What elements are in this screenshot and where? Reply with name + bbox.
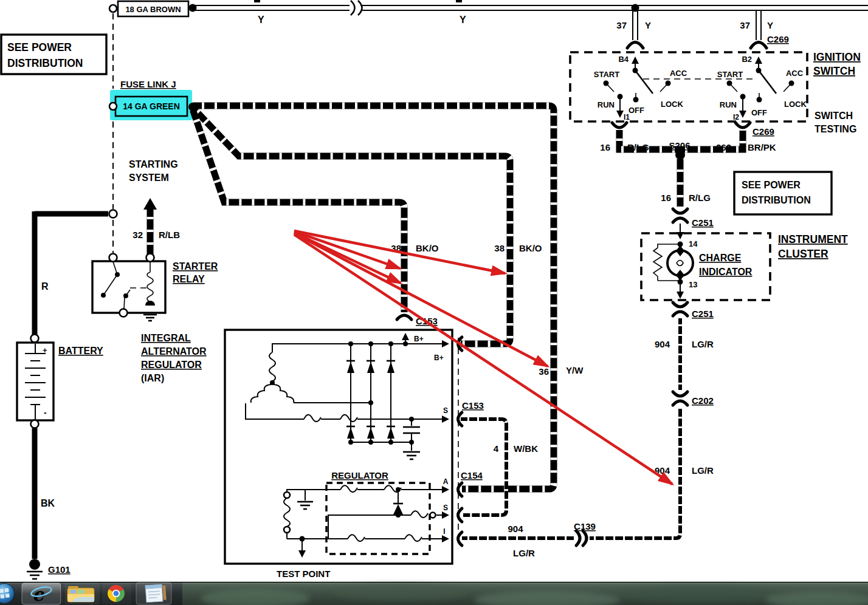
label-37-r: 37 — [740, 20, 750, 30]
label-iar-1: INTEGRAL — [141, 333, 191, 343]
label-y-l: Y — [645, 20, 651, 30]
label-ignition: IGNITION — [813, 51, 861, 63]
svg-text:18 GA BROWN: 18 GA BROWN — [125, 5, 181, 14]
label-bk: BK — [41, 498, 55, 508]
svg-text:REGULATOR: REGULATOR — [331, 470, 388, 480]
label-yw: Y/W — [566, 365, 584, 375]
label-bko-1: BK/O — [416, 243, 439, 253]
label-b4: B4 — [618, 55, 629, 64]
svg-text:+: + — [43, 346, 47, 355]
label-off-1: OFF — [629, 106, 644, 115]
svg-text:B+: B+ — [434, 354, 444, 362]
label-lgr-b: LG/R — [692, 465, 714, 476]
label-rlb: R/LB — [159, 230, 180, 240]
taskbar-button-windows-explorer[interactable] — [64, 583, 100, 604]
taskbar-button-notepad[interactable] — [136, 583, 171, 604]
label-instrument: INSTRUMENT — [778, 233, 848, 245]
svg-text:B+: B+ — [414, 335, 424, 343]
svg-text:14 GA GREEN: 14 GA GREEN — [123, 101, 180, 111]
label-relay: RELAY — [173, 274, 205, 284]
label-switch-testing-1: SWITCH — [815, 111, 853, 121]
label-switch-testing-2: TESTING — [815, 124, 856, 134]
label-lock-2: LOCK — [784, 100, 807, 109]
label-ignition-switch: SWITCH — [813, 65, 855, 77]
label-4: 4 — [494, 443, 499, 454]
label-i2: I2 — [733, 113, 739, 121]
label-c251-a: C251 — [692, 217, 714, 228]
svg-text:DISTRIBUTION: DISTRIBUTION — [7, 57, 83, 69]
label-acc-2: ACC — [786, 69, 804, 78]
label-i1: I1 — [624, 113, 630, 121]
chrome-icon — [108, 585, 125, 602]
label-y-1: Y — [258, 15, 264, 25]
label-38-2: 38 — [494, 243, 505, 253]
wiring-diagram-screen: Y Y SEE POWER DISTRIBUTION 18 GA BROWN 1… — [0, 0, 868, 605]
label-lgr-c: LG/R — [513, 548, 535, 558]
svg-text:SEE POWER: SEE POWER — [742, 180, 801, 190]
svg-text:I: I — [443, 527, 445, 536]
label-wbk: W/BK — [514, 443, 538, 454]
label-c153-2: C153 — [462, 400, 484, 411]
label-262: 262 — [716, 142, 731, 152]
label-b2: B2 — [742, 55, 752, 64]
label-14: 14 — [689, 239, 698, 248]
label-starting: STARTING — [129, 159, 178, 169]
label-acc-1: ACC — [670, 69, 687, 78]
windows-explorer-icon — [67, 586, 94, 602]
label-start-1: START — [594, 70, 619, 79]
label-rlg-a: R/LG — [627, 142, 649, 152]
label-y-r: Y — [767, 20, 773, 30]
taskbar: e — [0, 582, 868, 605]
svg-text:S: S — [443, 504, 448, 512]
label-13: 13 — [689, 280, 697, 289]
label-indicator: INDICATOR — [699, 267, 753, 277]
label-run-2: RUN — [720, 100, 737, 109]
label-iar-4: (IAR) — [141, 373, 164, 383]
svg-text:A: A — [443, 477, 449, 486]
label-iar-3: REGULATOR — [141, 360, 202, 370]
label-off-2: OFF — [751, 108, 767, 117]
label-g101: G101 — [48, 564, 71, 575]
label-c269-bot: C269 — [753, 126, 774, 137]
taskbar-button-internet-explorer[interactable]: e — [22, 583, 61, 605]
label-lock-1: LOCK — [661, 100, 683, 109]
label-bko-2: BK/O — [519, 243, 542, 253]
label-36: 36 — [539, 366, 549, 377]
label-test-point: TEST POINT — [277, 569, 330, 579]
label-c269-top: C269 — [767, 34, 789, 44]
label-37-l: 37 — [616, 20, 627, 30]
label-iar-2: ALTERNATOR — [141, 346, 207, 357]
label-brpk: BR/PK — [748, 142, 776, 152]
label-run-1: RUN — [598, 100, 615, 109]
label-16-b: 16 — [661, 193, 671, 203]
svg-text:DISTRIBUTION: DISTRIBUTION — [742, 195, 811, 205]
label-s206: S206 — [669, 140, 690, 151]
label-904-c: 904 — [508, 524, 523, 534]
label-c139: C139 — [574, 521, 596, 532]
label-charge: CHARGE — [699, 253, 742, 263]
label-c202: C202 — [692, 395, 714, 406]
label-battery: BATTERY — [58, 346, 103, 356]
label-lgr-a: LG/R — [692, 339, 714, 349]
svg-text:S: S — [443, 406, 448, 415]
svg-text:SEE POWER: SEE POWER — [7, 41, 72, 53]
label-rlg-b: R/LG — [689, 193, 711, 203]
label-cluster: CLUSTER — [778, 248, 828, 260]
label-start-2: START — [717, 70, 743, 79]
label-fuse-link-title: FUSE LINK J — [120, 79, 176, 89]
label-16-a: 16 — [600, 142, 610, 152]
label-904-a: 904 — [655, 339, 670, 349]
label-system: SYSTEM — [129, 173, 169, 183]
label-c154: C154 — [461, 470, 483, 480]
label-starter: STARTER — [173, 261, 218, 272]
fuse-link-18ga-brown: 18 GA BROWN — [109, 1, 188, 16]
label-32: 32 — [133, 230, 143, 240]
label-c251-b: C251 — [692, 309, 714, 319]
svg-text:-: - — [44, 408, 47, 417]
label-y-2: Y — [460, 15, 466, 25]
label-r: R — [41, 281, 49, 292]
taskbar-button-chrome[interactable] — [102, 583, 131, 604]
